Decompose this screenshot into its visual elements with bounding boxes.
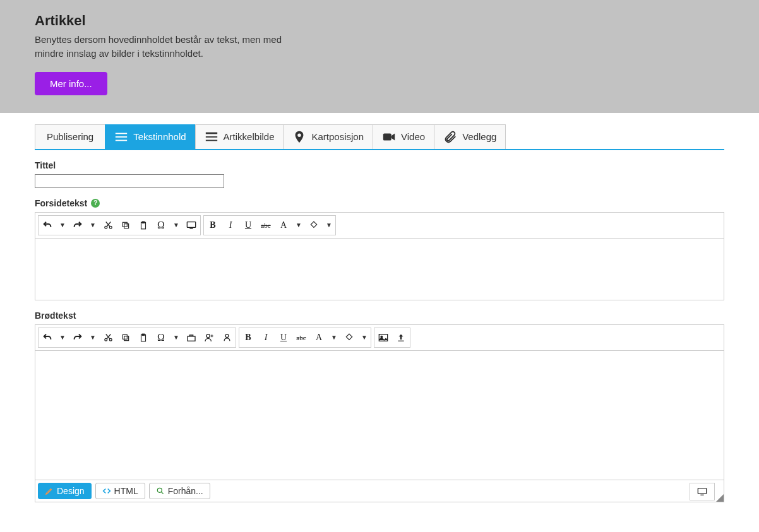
- tab-kartposisjon[interactable]: Kartposisjon: [283, 124, 373, 149]
- header-band: Artikkel Benyttes dersom hovedinnholdet …: [0, 0, 759, 113]
- svg-rect-2: [116, 139, 127, 141]
- copy-button[interactable]: [117, 328, 134, 347]
- camera-icon: [382, 130, 396, 144]
- display-button[interactable]: [182, 216, 200, 235]
- tab-label: Video: [401, 131, 425, 142]
- undo-dropdown[interactable]: ▼: [56, 328, 69, 347]
- fontcolor-button[interactable]: A: [275, 216, 292, 235]
- bgcolor-dropdown[interactable]: ▼: [323, 216, 335, 235]
- resize-handle[interactable]: [716, 494, 724, 502]
- svg-rect-21: [188, 336, 195, 341]
- italic-button[interactable]: I: [257, 328, 275, 347]
- tab-bar: Publisering Tekstinnhold Artikkelbilde K…: [35, 124, 724, 150]
- cut-button[interactable]: [99, 216, 117, 235]
- brodtekst-editor: ▼ ▼ Ω ▼ B I U abc A ▼ ▼: [35, 324, 724, 502]
- tittel-input[interactable]: [35, 174, 224, 188]
- svg-rect-18: [123, 334, 127, 339]
- more-info-button[interactable]: Mer info...: [35, 72, 107, 95]
- toolbox-button[interactable]: [182, 328, 200, 347]
- fullscreen-button[interactable]: [690, 483, 715, 500]
- bgcolor-button[interactable]: [305, 216, 323, 235]
- person-button[interactable]: [218, 328, 236, 347]
- mode-preview-button[interactable]: Forhån...: [149, 483, 210, 499]
- svg-rect-6: [383, 133, 391, 140]
- tab-label: Tekstinnhold: [133, 131, 186, 142]
- svg-rect-0: [116, 133, 127, 134]
- redo-dropdown[interactable]: ▼: [87, 328, 99, 347]
- lines2-icon: [205, 130, 218, 144]
- omega-button[interactable]: Ω: [152, 328, 170, 347]
- upload-button[interactable]: [392, 328, 410, 347]
- paste-button[interactable]: [134, 328, 152, 347]
- cut-button[interactable]: [99, 328, 117, 347]
- fontcolor-dropdown[interactable]: ▼: [292, 216, 305, 235]
- svg-rect-28: [698, 488, 706, 494]
- svg-point-22: [206, 334, 210, 337]
- paste-button[interactable]: [134, 216, 152, 235]
- copy-button[interactable]: [117, 216, 134, 235]
- tab-vedlegg[interactable]: Vedlegg: [434, 124, 506, 149]
- pin-icon: [292, 130, 306, 144]
- svg-point-23: [225, 334, 229, 338]
- bold-button[interactable]: B: [204, 216, 222, 235]
- redo-button[interactable]: [69, 216, 87, 235]
- tab-tekstinnhold[interactable]: Tekstinnhold: [105, 124, 194, 149]
- brodtekst-textarea[interactable]: [35, 350, 724, 480]
- strike-button[interactable]: abc: [292, 328, 310, 347]
- svg-rect-1: [116, 136, 127, 138]
- clip-icon: [443, 130, 457, 144]
- forsidetekst-editor: ▼ ▼ Ω ▼ B I U abc A ▼ ▼: [35, 212, 724, 300]
- svg-rect-9: [124, 223, 129, 228]
- tab-artikkelbilde[interactable]: Artikkelbilde: [195, 124, 284, 149]
- tittel-label: Tittel: [35, 160, 724, 170]
- svg-rect-13: [187, 222, 195, 227]
- page-description: Benyttes dersom hovedinnholdet består av…: [35, 33, 287, 61]
- tab-label: Vedlegg: [462, 131, 496, 142]
- underline-button[interactable]: U: [275, 328, 292, 347]
- editor-toolbar: ▼ ▼ Ω ▼ B I U abc A ▼ ▼: [35, 213, 724, 238]
- omega-dropdown[interactable]: ▼: [170, 216, 182, 235]
- forsidetekst-textarea[interactable]: [35, 238, 724, 300]
- svg-rect-3: [205, 132, 217, 134]
- editor-footer: Design HTML Forhån...: [35, 480, 724, 502]
- undo-button[interactable]: [39, 328, 56, 347]
- magnifier-icon: [156, 487, 165, 495]
- bold-button[interactable]: B: [239, 328, 257, 347]
- svg-point-27: [157, 488, 162, 492]
- strike-button[interactable]: abc: [257, 216, 275, 235]
- page-title: Artikkel: [35, 13, 724, 29]
- mode-html-button[interactable]: HTML: [95, 483, 145, 499]
- underline-button[interactable]: U: [239, 216, 257, 235]
- svg-rect-12: [142, 222, 145, 223]
- mode-design-button[interactable]: Design: [38, 483, 92, 499]
- italic-button[interactable]: I: [222, 216, 239, 235]
- pencil-icon: [45, 487, 54, 495]
- tab-label: Kartposisjon: [311, 131, 364, 142]
- tab-publisering[interactable]: Publisering: [35, 124, 105, 149]
- svg-rect-5: [205, 139, 217, 141]
- svg-rect-29: [700, 494, 703, 495]
- tab-label: Publisering: [47, 131, 93, 142]
- bgcolor-dropdown[interactable]: ▼: [358, 328, 371, 347]
- omega-button[interactable]: Ω: [152, 216, 170, 235]
- code-icon: [102, 487, 111, 495]
- fontcolor-dropdown[interactable]: ▼: [328, 328, 340, 347]
- bgcolor-button[interactable]: [340, 328, 358, 347]
- display-icon: [697, 487, 707, 496]
- editor-toolbar: ▼ ▼ Ω ▼ B I U abc A ▼ ▼: [35, 325, 724, 350]
- fontcolor-button[interactable]: A: [310, 328, 328, 347]
- svg-rect-20: [142, 334, 145, 335]
- forsidetekst-label: Forsidetekst ?: [35, 198, 724, 208]
- svg-rect-14: [189, 228, 193, 228]
- redo-dropdown[interactable]: ▼: [87, 216, 99, 235]
- image-button[interactable]: [374, 328, 392, 347]
- undo-button[interactable]: [39, 216, 56, 235]
- omega-dropdown[interactable]: ▼: [170, 328, 182, 347]
- tab-video[interactable]: Video: [373, 124, 434, 149]
- redo-button[interactable]: [69, 328, 87, 347]
- undo-dropdown[interactable]: ▼: [56, 216, 69, 235]
- person-add-button[interactable]: [200, 328, 218, 347]
- svg-rect-4: [205, 136, 217, 138]
- lines-icon: [114, 130, 128, 144]
- help-icon[interactable]: ?: [91, 199, 100, 208]
